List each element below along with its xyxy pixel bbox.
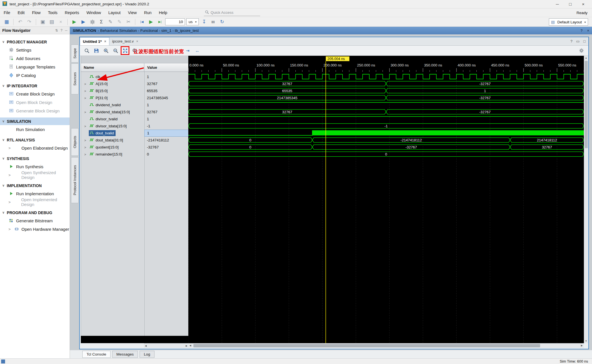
signal-value-cell[interactable]: 1 [144,116,189,123]
side-tab-sources[interactable]: Sources [71,63,79,94]
minimize-icon[interactable]: ─ [65,28,67,32]
quick-access-search[interactable]: Quick Access [204,9,260,16]
redo-icon[interactable]: ↷ [25,18,33,26]
expand-arrow-icon[interactable]: > [84,125,89,128]
wave-horizontal-scrollbar[interactable]: ◀ ▶ [188,343,584,348]
edit2-icon[interactable]: ✎ [116,18,123,26]
expand-arrow-icon[interactable]: > [84,89,89,93]
nav-item-generate-bitstream[interactable]: Generate Bitstream [0,216,70,225]
nav-item-create-block-design[interactable]: Create Block Design [0,90,70,98]
gear-icon[interactable] [89,18,96,26]
minimize-button[interactable]: ─ [551,0,564,8]
signal-value-cell[interactable]: 2147385345 [144,94,189,101]
menu-window[interactable]: Window [83,8,105,17]
value-column-header[interactable]: Value [144,63,189,72]
float-icon[interactable]: ▭ [576,39,580,43]
nav-section-header[interactable]: ∨RTL ANALYSIS [0,136,70,144]
scroll-left-arrow-icon[interactable]: ◀ [189,344,191,347]
nav-item-run-implementation[interactable]: Run Implementation [0,189,70,198]
expand-arrow-icon[interactable]: > [84,96,89,100]
wave-canvas[interactable]: 0.000 ns50.000 ns100.000 ns150.000 ns200… [188,56,584,343]
expand-arrow-icon[interactable]: > [84,82,89,86]
next-transition-icon[interactable]: ▸ [150,47,157,54]
signal-value-cell[interactable]: 65535 [144,87,189,94]
undo-icon[interactable]: ↶ [16,18,24,26]
copy-icon[interactable]: ▣ [39,18,47,26]
help-icon[interactable]: ? [580,28,582,33]
menu-help[interactable]: Help [155,8,171,17]
run-icon[interactable]: ▶ [70,18,78,26]
side-tab-objects[interactable]: Objects [71,128,79,156]
signal-name-row[interactable]: >P[31:0] [81,94,144,101]
chevron-right-icon[interactable]: > [8,173,12,177]
nav-item-open-synthesized-design[interactable]: >Open Synthesized Design [0,171,70,179]
save-icon[interactable] [93,47,100,54]
signal-name-row[interactable]: >quotient[15:0] [81,144,144,151]
wave-settings-gear-icon[interactable] [578,47,585,54]
chevron-right-icon[interactable]: > [8,200,12,204]
vertical-scrollbar[interactable]: ▲ ▼ [584,56,588,343]
menu-view[interactable]: View [124,8,140,17]
close-icon[interactable]: × [587,28,589,33]
paste-icon[interactable]: ▤ [48,18,56,26]
sum-icon[interactable]: Σ [98,18,105,26]
nav-item-ip-catalog[interactable]: IP Catalog [0,71,70,79]
signal-value-cell[interactable]: 32767 [144,80,189,87]
swap-icon[interactable]: ⇅ [55,28,58,32]
prev-transition-icon[interactable]: ◂ [141,47,148,54]
menu-layout[interactable]: Layout [105,8,124,17]
nav-item-open-hardware-manager[interactable]: >Open Hardware Manager [0,225,70,233]
console-tab-log[interactable]: Log [140,351,154,358]
signal-name-row[interactable]: dout_tvalid [81,130,144,137]
console-tab-tcl-console[interactable]: Tcl Console [82,351,111,358]
signal-value-cell[interactable]: -2147418112 [144,137,189,144]
new-window-icon[interactable]: ▦ [3,18,10,26]
tab-close-icon[interactable]: × [136,39,138,43]
signal-value-cell[interactable]: 1 [144,101,189,108]
sim-runtime-unit-select[interactable]: us ▾ [186,18,199,25]
console-tab-messages[interactable]: Messages [112,351,138,358]
menu-tools[interactable]: Tools [44,8,61,17]
tab-close-icon[interactable]: × [104,39,106,43]
maximize-button[interactable]: □ [564,0,577,8]
signal-name-row[interactable]: >dout_tdata[31:0] [81,137,144,144]
sim-pause-icon[interactable]: ▮▮ [209,18,217,26]
name-panel-scrollbar[interactable]: ◀ ▶ [144,343,188,348]
sim-restart-icon[interactable]: |◀ [138,18,146,26]
nav-item-open-implemented-design[interactable]: >Open Implemented Design [0,198,70,206]
side-tab-scope[interactable]: Scope [71,45,79,63]
nav-item-open-block-design[interactable]: Open Block Design [0,98,70,106]
zoom-out-icon[interactable] [112,47,119,54]
interval-icon[interactable]: ↔ [194,47,201,54]
help-icon[interactable]: ? [61,28,63,32]
scroll-right-arrow-icon[interactable]: ▶ [186,345,187,347]
signal-name-row[interactable]: >B[15:0] [81,87,144,94]
expand-arrow-icon[interactable]: > [84,146,89,149]
maximize-icon[interactable]: □ [583,39,586,43]
expand-arrow-icon[interactable]: > [84,139,89,142]
scrollbar-thumb[interactable] [193,344,540,347]
signal-name-row[interactable]: >divisor_tdata[15:0] [81,123,144,130]
signal-name-row[interactable]: >remainder[15:0] [81,151,144,158]
signal-name-row[interactable]: >A[15:0] [81,80,144,87]
zoom-cursor-icon[interactable] [131,47,138,54]
nav-section-header[interactable]: ∨SIMULATION [0,117,70,125]
expand-arrow-icon[interactable]: > [84,110,89,114]
nav-item-settings[interactable]: Settings [0,46,70,54]
help-icon[interactable]: ? [571,39,573,43]
add-marker-icon[interactable]: + [160,47,167,54]
restart-icon[interactable]: ▶ [79,18,87,26]
nav-section-header[interactable]: ∨PROJECT MANAGER [0,38,70,46]
sim-runtime-input[interactable] [165,18,185,25]
signal-name-row[interactable]: clk [81,73,144,80]
scroll-right-arrow-icon[interactable]: ▶ [581,344,583,347]
zoom-fit-icon[interactable] [122,47,129,54]
signal-name-row[interactable]: dividend_tvalid [81,101,144,108]
signal-name-row[interactable]: divisor_tvalid [81,116,144,123]
signal-value-cell[interactable]: 1 [144,73,189,80]
menu-run[interactable]: Run [140,8,155,17]
cut-icon[interactable]: ✂ [125,18,132,26]
chevron-right-icon[interactable]: > [8,227,12,231]
sim-relaunch-icon[interactable]: ↻ [218,18,226,26]
nav-item-open-elaborated-design[interactable]: >Open Elaborated Design [0,144,70,152]
